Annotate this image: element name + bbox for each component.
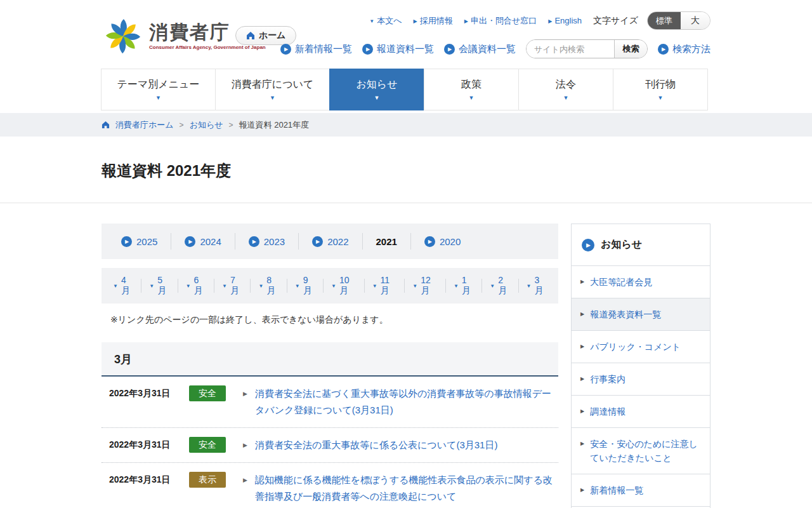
page-title: 報道資料 2021年度 [102,161,812,181]
font-size-label: 文字サイズ [593,15,638,27]
link-disclaimer-note: ※リンク先のページの一部は終了し、表示できない場合があります。 [110,314,558,326]
nav-policy[interactable]: 政策 ▼ [424,69,519,110]
sidebar-item-procurement[interactable]: ▶ 調達情報 [571,396,710,428]
sidebar-item-press-conference[interactable]: ▶ 大臣等記者会見 [571,266,710,298]
month-tab-4[interactable]: ▼4月 [105,279,141,293]
sidebar-item-label: 行事案内 [590,372,625,386]
circle-arrow-icon: ▶ [362,44,373,55]
page-title-block: 報道資料 2021年度 [0,137,812,203]
main-area: ▶ 2025 ▶ 2024 ▶ 2023 ▶ 2022 2021 ▶ 2020 … [102,224,710,508]
caret-down-icon: ▼ [149,283,154,289]
link-label: 会議資料一覧 [459,43,516,55]
global-nav: テーマ別メニュー ▼ 消費者庁について ▼ お知らせ ▼ 政策 ▼ 法令 ▼ 刊… [102,69,710,110]
month-tab-10[interactable]: ▼10月 [324,279,365,293]
triangle-right-icon: ▶ [580,441,584,465]
nav-theme-menu[interactable]: テーマ別メニュー ▼ [101,69,216,110]
news-date: 2022年3月31日 [109,385,180,399]
year-label: 2020 [440,236,461,247]
link-label: 検索方法 [672,43,710,55]
font-size-large-button[interactable]: 大 [681,12,710,29]
year-tab-2024[interactable]: ▶ 2024 [171,233,235,250]
news-row: 2022年3月31日 安全 ▶ 消費者安全法の重大事故等に係る公表について(3月… [102,428,558,463]
month-label: 8月 [266,275,278,297]
fiscal-year-tabs: ▶ 2025 ▶ 2024 ▶ 2023 ▶ 2022 2021 ▶ 2020 [102,224,558,259]
year-tab-2022[interactable]: ▶ 2022 [299,233,362,250]
month-tab-12[interactable]: ▼12月 [405,279,446,293]
sidebar-item-safety-cautions[interactable]: ▶ 安全・安心のために注意していただきたいこと [571,428,710,474]
link-label: English [554,16,582,25]
nav-about-agency[interactable]: 消費者庁について ▼ [215,69,330,110]
year-label: 2022 [327,236,348,247]
news-link[interactable]: 消費者安全法に基づく重大事故等以外の消費者事故等の事故情報データバンク登録につい… [255,385,558,418]
font-size-standard-button[interactable]: 標準 [648,12,681,29]
circle-arrow-icon: ▶ [658,44,669,55]
utility-links-row: ▼本文へ ▶採用情報 ▶申出・問合せ窓口 ▶English 文字サイズ 標準 大 [369,11,710,30]
month-tab-3[interactable]: ▼3月 [519,279,554,293]
news-link[interactable]: 消費者安全法の重大事故等に係る公表について(3月31日) [255,437,558,453]
category-badge: 安全 [189,385,226,401]
year-tab-2020[interactable]: ▶ 2020 [411,233,474,250]
month-tab-6[interactable]: ▼6月 [178,279,214,293]
home-icon [246,31,255,40]
caret-down-icon: ▼ [155,95,161,101]
sidebar-item-label: 報道発表資料一覧 [590,307,661,321]
link-label: 報道資料一覧 [377,43,434,55]
caret-down-icon: ▼ [270,95,275,101]
link-recruit[interactable]: ▶採用情報 [414,15,453,27]
breadcrumb-news[interactable]: お知らせ [190,119,223,131]
sidebar-item-label: パブリック・コメント [590,340,681,354]
nav-publications[interactable]: 刊行物 ▼ [613,69,708,110]
news-link[interactable]: 認知機能に係る機能性を標ぼうする機能性表示食品の表示に関する改善指導及び一般消費… [255,472,558,505]
month-tab-11[interactable]: ▼11月 [365,279,405,293]
news-row: 2022年3月31日 安全 ▶ 消費者安全法に基づく重大事故等以外の消費者事故等… [102,377,558,428]
month-tab-9[interactable]: ▼9月 [287,279,324,293]
news-row: 2022年3月31日 表示 ▶ 認知機能に係る機能性を標ぼうする機能性表示食品の… [102,463,558,508]
link-press-materials-list[interactable]: ▶ 報道資料一覧 [362,43,434,55]
year-tab-2023[interactable]: ▶ 2023 [235,233,299,250]
triangle-right-icon: ▶ [580,311,584,321]
month-tab-2[interactable]: ▼2月 [482,279,518,293]
caret-down-icon: ▼ [527,283,532,289]
month-tab-7[interactable]: ▼7月 [214,279,251,293]
caret-down-icon: ▼ [369,18,374,24]
nav-news[interactable]: お知らせ ▼ [329,69,424,110]
sidebar-item-label: 調達情報 [590,404,625,418]
sidebar-header: ▶ お知らせ [571,224,710,266]
content-column: ▶ 2025 ▶ 2024 ▶ 2023 ▶ 2022 2021 ▶ 2020 … [102,224,558,508]
sidebar-item-events[interactable]: ▶ 行事案内 [571,363,710,396]
breadcrumb-home[interactable]: 消費者庁ホーム [115,119,174,131]
link-label: 採用情報 [420,16,453,25]
caret-down-icon: ▼ [222,283,227,289]
link-english[interactable]: ▶English [548,16,582,25]
sidebar-item-new-info-list[interactable]: ▶ 新着情報一覧 [571,474,710,507]
sidebar-item-public-comment[interactable]: ▶ パブリック・コメント [571,331,710,363]
caret-down-icon: ▼ [295,283,300,289]
month-label: 10月 [339,275,357,297]
quick-links-row: ▶ 新着情報一覧 ▶ 報道資料一覧 ▶ 会議資料一覧 検索 ▶ 検索方法 [280,39,710,58]
site-search-input[interactable] [527,40,614,58]
breadcrumb: 消費者庁ホーム > お知らせ > 報道資料 2021年度 [0,113,812,137]
triangle-right-icon: ▶ [243,442,247,448]
sidebar-item-press-release-list[interactable]: ▶ 報道発表資料一覧 [571,298,710,331]
home-icon [102,121,110,129]
caret-down-icon: ▼ [563,95,569,101]
month-tab-5[interactable]: ▼5月 [141,279,178,293]
month-label: 6月 [194,275,206,297]
month-label: 4月 [121,275,133,297]
link-contact[interactable]: ▶申出・問合せ窓口 [464,15,537,27]
caret-down-icon: ▼ [374,95,380,101]
breadcrumb-separator: > [180,121,184,130]
link-new-info-list[interactable]: ▶ 新着情報一覧 [280,43,352,55]
month-label: 12月 [421,275,438,297]
search-button[interactable]: 検索 [614,40,647,58]
breadcrumb-separator: > [229,121,233,130]
year-tab-2021-current: 2021 [363,233,411,250]
link-to-content[interactable]: ▼本文へ [369,15,402,27]
link-meeting-materials-list[interactable]: ▶ 会議資料一覧 [444,43,516,55]
year-tab-2025[interactable]: ▶ 2025 [108,233,171,250]
link-search-help[interactable]: ▶ 検索方法 [658,43,710,55]
nav-laws[interactable]: 法令 ▼ [518,69,613,110]
month-tab-1[interactable]: ▼1月 [446,279,482,293]
triangle-right-icon: ▶ [580,487,584,497]
month-tab-8[interactable]: ▼8月 [251,279,287,293]
